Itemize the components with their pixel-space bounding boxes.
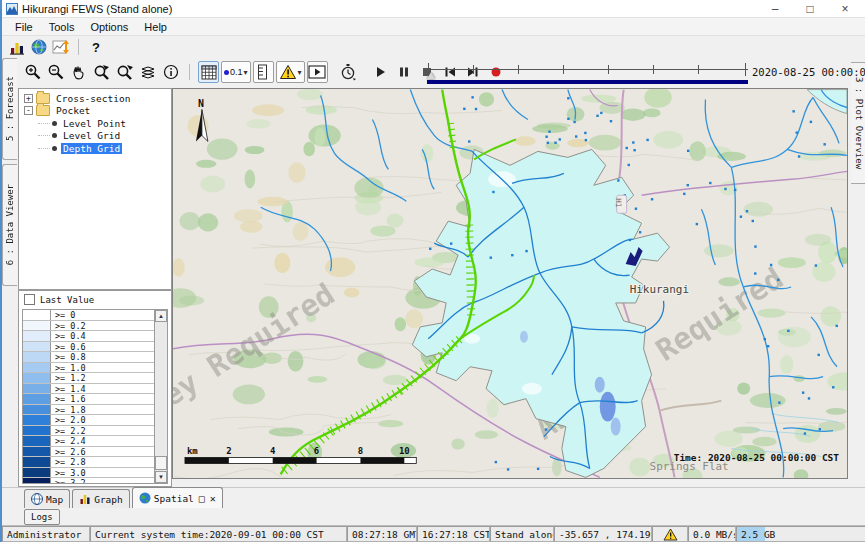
status-system-time: Current system time:2020-09-01 00:00 CST bbox=[90, 526, 347, 542]
legend-row[interactable]: >= 2.4 bbox=[23, 436, 154, 447]
tab-maximize-icon[interactable]: □ bbox=[199, 493, 205, 504]
map-canvas[interactable]: API Key Required API Key Required bbox=[172, 88, 848, 479]
legend-label: >= 1.4 bbox=[51, 384, 86, 394]
toolbar-separator bbox=[189, 64, 190, 80]
tree-expander-icon[interactable]: - bbox=[24, 106, 33, 115]
scrollbar-thumb[interactable] bbox=[155, 456, 167, 470]
legend-row[interactable]: >= 1.4 bbox=[23, 384, 154, 395]
help-button[interactable]: ? bbox=[85, 37, 107, 57]
status-mode: Stand alone bbox=[490, 526, 554, 542]
tree-item-label: Cross-section bbox=[54, 93, 132, 104]
zoom-in-icon bbox=[24, 63, 42, 81]
legend-scrollbar[interactable]: ▲ ▼ bbox=[154, 310, 167, 483]
timeline-handle[interactable] bbox=[427, 72, 435, 79]
stopwatch-icon bbox=[339, 63, 357, 81]
legend-row[interactable]: >= 1.6 bbox=[23, 394, 154, 405]
legend-row[interactable]: >= 2.8 bbox=[23, 457, 154, 468]
legend-row[interactable]: >= 0 bbox=[23, 310, 154, 321]
legend-label: >= 1.8 bbox=[51, 405, 86, 415]
status-warning[interactable] bbox=[652, 526, 688, 542]
menu-tools[interactable]: Tools bbox=[42, 20, 82, 34]
legend-label: >= 2.4 bbox=[51, 436, 86, 446]
bottom-tab-bar: Map Graph Spatial □ ✕ bbox=[2, 487, 865, 508]
tree-item-pocket[interactable]: -Pocket bbox=[19, 105, 171, 118]
menu-options[interactable]: Options bbox=[83, 20, 135, 34]
grid-display-button[interactable] bbox=[198, 61, 219, 83]
tree-connector bbox=[38, 135, 50, 136]
toolbar-separator bbox=[78, 39, 79, 55]
scale-unit: km bbox=[187, 446, 198, 456]
menu-file[interactable]: File bbox=[8, 20, 40, 34]
zoom-previous-icon bbox=[92, 63, 111, 81]
legend-row[interactable]: >= 0.8 bbox=[23, 352, 154, 363]
legend-row[interactable]: >= 0.6 bbox=[23, 342, 154, 353]
tab-map[interactable]: Map bbox=[24, 489, 70, 508]
status-coordinates: -35.657 , 174.199 bbox=[554, 526, 652, 542]
legend-label: >= 0.8 bbox=[51, 352, 86, 362]
town-label: Hikurangi bbox=[630, 283, 689, 296]
legend-row[interactable]: >= 1.8 bbox=[23, 405, 154, 416]
warning-icon bbox=[279, 64, 297, 80]
scroll-up-icon[interactable]: ▲ bbox=[155, 310, 167, 322]
profile-button[interactable] bbox=[253, 61, 274, 83]
tab-close-icon[interactable]: ✕ bbox=[210, 493, 216, 504]
timeline-slider[interactable] bbox=[427, 60, 748, 84]
pause-button[interactable] bbox=[394, 61, 415, 83]
time-series-button[interactable] bbox=[50, 37, 72, 57]
logs-button[interactable]: Logs bbox=[24, 509, 60, 525]
legend-row[interactable]: >= 2.6 bbox=[23, 447, 154, 458]
svg-text:6: 6 bbox=[314, 446, 319, 456]
tab-data-viewer[interactable]: 6 : Data Viewer bbox=[2, 164, 17, 286]
legend-row[interactable]: >= 2.2 bbox=[23, 426, 154, 437]
spatial-display-button[interactable] bbox=[28, 37, 50, 57]
maximize-button[interactable]: □ bbox=[795, 0, 825, 17]
legend-swatch bbox=[23, 321, 51, 331]
tree-expander-icon[interactable]: + bbox=[24, 94, 33, 103]
legend-swatch bbox=[23, 415, 51, 425]
menu-help[interactable]: Help bbox=[137, 20, 174, 34]
zoom-next-button[interactable] bbox=[114, 61, 135, 83]
zoom-out-button[interactable] bbox=[45, 61, 66, 83]
tree-item-level-grid[interactable]: Level Grid bbox=[19, 130, 171, 143]
scroll-down-icon[interactable]: ▼ bbox=[155, 471, 167, 483]
legend-row[interactable]: >= 0.2 bbox=[23, 321, 154, 332]
tree-item-level-point[interactable]: Level Point bbox=[19, 117, 171, 130]
globe-icon bbox=[31, 493, 43, 505]
zoom-in-button[interactable] bbox=[22, 61, 43, 83]
database-viewer-button[interactable] bbox=[6, 37, 28, 57]
node-bullet-icon bbox=[52, 146, 57, 151]
legend-label: >= 0 bbox=[51, 310, 75, 320]
status-bar: Administrator Current system time:2020-0… bbox=[2, 525, 865, 542]
animation-settings-button[interactable] bbox=[338, 61, 359, 83]
info-button[interactable] bbox=[160, 61, 181, 83]
legend-row[interactable]: >= 1.0 bbox=[23, 363, 154, 374]
zoom-previous-button[interactable] bbox=[91, 61, 112, 83]
play-button[interactable] bbox=[371, 61, 392, 83]
thresholds-dropdown[interactable]: ▾ bbox=[276, 61, 305, 83]
tree-item-depth-grid[interactable]: Depth Grid bbox=[19, 142, 171, 155]
minimize-button[interactable]: – bbox=[760, 0, 790, 17]
legend-swatch bbox=[23, 478, 51, 483]
animation-button[interactable] bbox=[307, 61, 328, 83]
tab-plot-overview[interactable]: 3 : Plot Overview bbox=[851, 62, 865, 184]
last-value-label: Last Value bbox=[40, 295, 94, 305]
tree-item-label: Level Point bbox=[61, 118, 128, 129]
layers-button[interactable] bbox=[137, 61, 158, 83]
close-button[interactable]: × bbox=[830, 0, 860, 17]
tab-spatial[interactable]: Spatial □ ✕ bbox=[132, 487, 223, 508]
help-label: ? bbox=[92, 40, 100, 55]
legend-row[interactable]: >= 3.0 bbox=[23, 468, 154, 479]
left-panel: +Cross-section-PocketLevel PointLevel Gr… bbox=[18, 88, 172, 487]
tab-forecast[interactable]: 5 : Forecast bbox=[2, 58, 17, 160]
chart-arrow-icon bbox=[52, 39, 70, 55]
tab-graph[interactable]: Graph bbox=[72, 489, 130, 508]
pan-button[interactable] bbox=[68, 61, 89, 83]
legend-row[interactable]: >= 3.2 bbox=[23, 478, 154, 483]
last-value-checkbox[interactable] bbox=[24, 294, 35, 305]
legend-row[interactable]: >= 0.4 bbox=[23, 331, 154, 342]
legend-row[interactable]: >= 1.2 bbox=[23, 373, 154, 384]
legend-row[interactable]: >= 2.0 bbox=[23, 415, 154, 426]
main-region: 5 : Forecast 6 : Data Viewer 3 : Plot Ov… bbox=[2, 58, 865, 487]
classification-dropdown[interactable]: 0.1 ▾ bbox=[221, 61, 251, 83]
status-download-rate: 0.0 MB/s bbox=[688, 526, 736, 542]
